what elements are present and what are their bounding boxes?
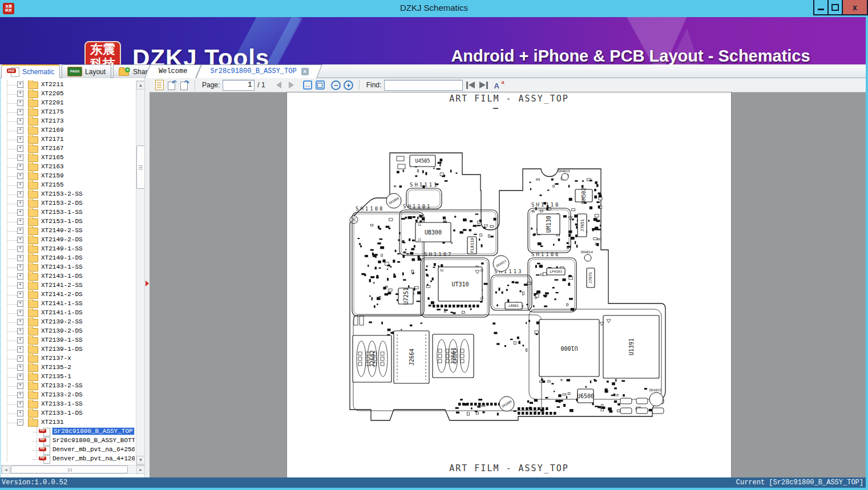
minimize-button[interactable] — [813, 0, 829, 15]
close-button[interactable]: x — [842, 0, 868, 15]
new-page-button[interactable] — [153, 79, 165, 91]
expand-toggle[interactable]: + — [17, 91, 23, 97]
tree-folder-item[interactable]: +XT2167 — [1, 144, 135, 153]
tree-folder-item[interactable]: +XT2135-2 — [1, 363, 135, 372]
tree-folder-item[interactable]: +XT2133-1-DS — [1, 409, 135, 418]
tree-folder-item[interactable]: +XT2149-1-SS — [1, 245, 135, 254]
tree-folder-item[interactable]: +XT2143-1-SS — [1, 263, 135, 272]
expand-toggle[interactable]: + — [17, 155, 23, 161]
expand-toggle[interactable]: + — [17, 118, 23, 124]
find-previous-button[interactable] — [466, 82, 475, 89]
tree-folder-item[interactable]: +XT2139-1-DS — [1, 345, 135, 354]
expand-toggle[interactable]: + — [17, 127, 23, 133]
rotate-right-button[interactable]: ↷ — [178, 79, 191, 91]
expand-toggle[interactable]: + — [17, 209, 23, 216]
tree-folder-item[interactable]: +XT2163 — [1, 163, 135, 172]
expand-toggle[interactable]: + — [17, 218, 23, 225]
tree-folder-item[interactable]: +XT2141-2-DS — [1, 290, 135, 299]
expand-toggle[interactable]: + — [17, 173, 23, 179]
tree-folder-item[interactable]: −XT2131 — [1, 418, 135, 427]
tree-file-item[interactable]: PDFSr28c91800_B_ASSY_BOTTOM — [1, 436, 135, 446]
tree-folder-item[interactable]: +XT2155 — [1, 181, 135, 190]
expand-toggle[interactable]: + — [17, 200, 23, 206]
tree-folder-item[interactable]: +XT2165 — [1, 153, 135, 163]
expand-toggle[interactable]: + — [17, 410, 23, 416]
tree-folder-item[interactable]: +XT2205 — [1, 90, 135, 99]
tree-folder-item[interactable]: +XT2133-2-SS — [1, 382, 135, 391]
tree-folder-item[interactable]: +XT2139-2-SS — [1, 318, 135, 327]
expand-toggle[interactable]: + — [17, 264, 23, 270]
expand-toggle[interactable]: + — [17, 374, 23, 380]
expand-toggle[interactable]: + — [17, 255, 23, 261]
expand-toggle[interactable]: + — [17, 310, 23, 316]
next-page-button[interactable] — [285, 79, 298, 91]
expand-toggle[interactable]: + — [17, 319, 23, 325]
pdf-page[interactable]: ART FILM - ASSY_TOP SH1111SH1108SH1101SH… — [287, 92, 731, 477]
maximize-button[interactable] — [827, 0, 843, 15]
tree-folder-item[interactable]: +XT2149-2-SS — [1, 226, 135, 236]
expand-toggle[interactable]: + — [17, 145, 23, 152]
scroll-left-button[interactable]: ◂ — [2, 465, 10, 474]
expand-toggle[interactable]: + — [17, 82, 23, 88]
tree-folder-item[interactable]: +XT2159 — [1, 172, 135, 181]
zoom-out-button[interactable]: − — [330, 79, 342, 91]
expand-toggle[interactable]: + — [17, 164, 23, 170]
expand-toggle[interactable]: + — [17, 346, 23, 353]
tree-folder-item[interactable]: +XT2173 — [1, 117, 135, 126]
expand-toggle[interactable]: + — [17, 401, 23, 407]
expand-toggle[interactable]: + — [17, 100, 23, 106]
tree-folder-item[interactable]: +XT2153-1-SS — [1, 208, 135, 217]
expand-toggle[interactable]: + — [17, 246, 23, 252]
rotate-left-button[interactable]: ↶ — [165, 79, 178, 91]
fit-page-button[interactable] — [314, 79, 326, 91]
scroll-right-button[interactable]: ▸ — [136, 465, 144, 474]
tree-folder-item[interactable]: +XT2149-2-DS — [1, 236, 135, 245]
collapse-arrow-icon[interactable] — [146, 281, 149, 286]
fit-width-button[interactable]: ↔ — [301, 79, 314, 91]
tree-folder-item[interactable]: +XT2153-2-SS — [1, 190, 135, 199]
tree-folder-item[interactable]: +XT2175 — [1, 108, 135, 117]
tab-layout[interactable]: PADS Layout — [62, 64, 111, 78]
scroll-thumb[interactable] — [136, 145, 144, 189]
tree-folder-item[interactable]: +XT2143-1-DS — [1, 272, 135, 281]
expand-toggle[interactable]: + — [17, 328, 23, 334]
tree-vertical-scrollbar[interactable]: ▲ ▼ — [136, 80, 144, 465]
tree-file-item[interactable]: PDFSr28c91800_B_ASSY_TOP — [1, 427, 135, 436]
tree-folder-item[interactable]: +XT2137-x — [1, 354, 135, 363]
tree-file-item[interactable]: PDFDenver_mb_pvt_na_6+256_SC — [1, 446, 135, 455]
font-size-button[interactable]: Aa — [494, 80, 504, 90]
tree-folder-item[interactable]: +XT2141-2-SS — [1, 281, 135, 290]
expand-toggle[interactable]: + — [17, 365, 23, 371]
tree-folder-item[interactable]: +XT2141-1-DS — [1, 309, 135, 318]
close-tab-icon[interactable]: × — [301, 68, 309, 75]
find-next-button[interactable] — [479, 82, 488, 89]
tree-folder-item[interactable]: +XT2171 — [1, 135, 135, 144]
expand-toggle[interactable]: + — [17, 282, 23, 289]
expand-toggle[interactable]: + — [17, 273, 23, 280]
expand-toggle[interactable]: + — [17, 355, 23, 362]
expand-toggle[interactable]: + — [17, 301, 23, 307]
expand-toggle[interactable]: + — [17, 291, 23, 298]
expand-toggle[interactable]: + — [17, 383, 23, 389]
expand-toggle[interactable]: + — [17, 237, 23, 243]
tab-schematic[interactable]: PDF Schematic — [1, 64, 60, 78]
tree-folder-item[interactable]: +XT2201 — [1, 99, 135, 108]
find-input[interactable] — [384, 80, 463, 91]
tree-horizontal-scrollbar[interactable]: ◂ ▸ — [1, 465, 144, 474]
zoom-in-button[interactable]: + — [342, 79, 355, 91]
scroll-down-button[interactable]: ▼ — [136, 456, 144, 464]
pdf-viewer[interactable]: ART FILM - ASSY_TOP SH1111SH1108SH1101SH… — [150, 92, 866, 477]
tree-folder-item[interactable]: +XT2153-1-DS — [1, 217, 135, 226]
panel-splitter[interactable] — [144, 78, 150, 477]
tree-folder-item[interactable]: +XT2133-1-SS — [1, 400, 135, 409]
expand-toggle[interactable]: + — [17, 109, 23, 115]
expand-toggle[interactable]: + — [17, 191, 23, 197]
expand-toggle[interactable]: + — [17, 392, 23, 398]
tree-folder-item[interactable]: +XT2141-1-SS — [1, 299, 135, 309]
tree-folder-item[interactable]: +XT2139-1-SS — [1, 336, 135, 345]
tree-folder-item[interactable]: +XT2139-2-DS — [1, 327, 135, 336]
tree-file-item[interactable]: PDFDenver_mb_pvt_na_4+128_SC — [1, 455, 135, 464]
tree-folder-item[interactable]: +XT2211 — [1, 80, 135, 90]
tree-folder-item[interactable]: +XT2169 — [1, 126, 135, 135]
tree-folder-item[interactable]: +XT2149-1-DS — [1, 254, 135, 263]
